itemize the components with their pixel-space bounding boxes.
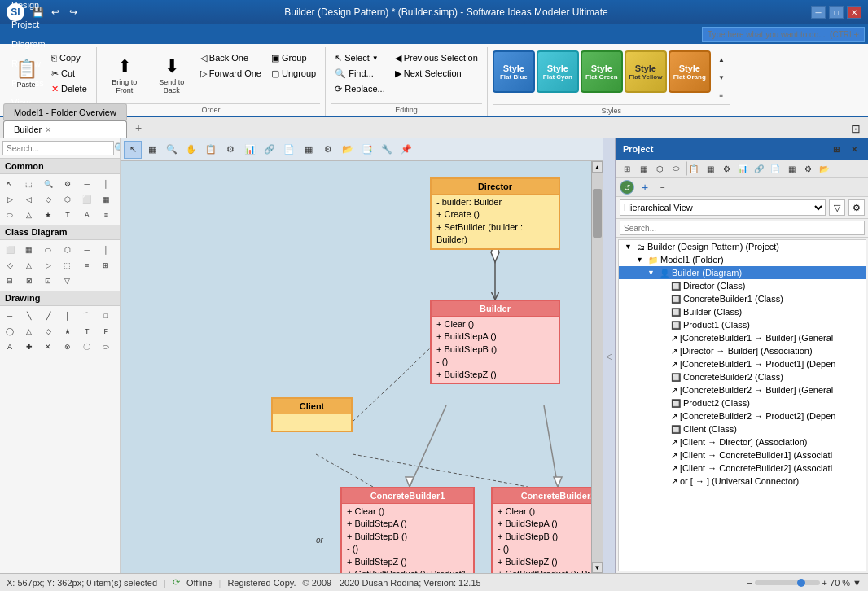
tool-item-0-11[interactable]: ▦	[99, 192, 113, 207]
tree-item-14[interactable]: 🔲Client (Class)	[619, 422, 866, 436]
tree-item-8[interactable]: ↗[Director → Builder] (Association)	[619, 344, 866, 357]
pt-btn-8[interactable]: 📊	[735, 161, 750, 176]
tool-item-0-9[interactable]: ⬡	[60, 192, 75, 207]
zoom-dropdown-icon[interactable]: ▼	[853, 578, 861, 588]
tool-item-0-3[interactable]: ⚙	[60, 177, 75, 191]
concrete2-class[interactable]: ConcreteBuilder2 + Clear () + BuildStepA…	[491, 487, 591, 573]
dv-settings-tool[interactable]: ⚙	[221, 141, 239, 159]
pt-btn-1[interactable]: ⊞	[620, 161, 634, 176]
panel-search-input[interactable]	[620, 221, 865, 235]
dv-clipboard-tool[interactable]: 📋	[202, 141, 220, 159]
pt-btn-13[interactable]: 📂	[817, 161, 831, 176]
tool-item-1-6[interactable]: ◇	[2, 258, 17, 273]
tool-item-0-0[interactable]: ↖	[2, 177, 17, 191]
find-button[interactable]: 🔍 Find...	[331, 66, 389, 81]
redo-quick-btn[interactable]: ↪	[65, 4, 81, 20]
tool-item-1-3[interactable]: ⬡	[60, 243, 75, 257]
tool-item-2-17[interactable]: ⬭	[99, 339, 113, 354]
tool-item-2-0[interactable]: ─	[2, 309, 17, 323]
tree-expand-1[interactable]: ▼	[636, 256, 646, 264]
vscroll-down-btn[interactable]: ▼	[592, 562, 603, 573]
tool-item-1-2[interactable]: ⬭	[41, 243, 55, 257]
select-dropdown-icon[interactable]: ▼	[372, 55, 379, 62]
dv-doc-tool[interactable]: 📄	[280, 141, 298, 159]
tree-item-18[interactable]: ↗or [ → ] (Universal Connector)	[619, 475, 866, 488]
diagram-view-toggle[interactable]: ⊡	[847, 120, 865, 138]
pt-add-btn[interactable]: +	[638, 180, 652, 195]
tree-item-6[interactable]: 🔲Product1 (Class)	[619, 318, 866, 331]
pt-refresh-btn[interactable]: ↺	[620, 180, 634, 195]
tool-item-1-14[interactable]: ⊡	[41, 274, 55, 288]
zoom-slider[interactable]	[755, 580, 820, 585]
tool-item-0-12[interactable]: ⬭	[2, 208, 17, 222]
dv-more2[interactable]: 📂	[339, 141, 357, 159]
tool-item-2-6[interactable]: ◯	[2, 324, 17, 339]
toolbox-search-icon[interactable]: 🔍	[114, 142, 121, 154]
tool-item-2-16[interactable]: 〇	[80, 339, 94, 354]
toolbox-section-class-diagram[interactable]: Class Diagram	[0, 225, 120, 240]
tool-item-0-4[interactable]: ─	[80, 177, 94, 191]
replace-button[interactable]: ⟳ Replace...	[331, 81, 389, 96]
dv-zoom-tool[interactable]: 🔍	[163, 141, 181, 159]
dv-more4[interactable]: 🔧	[378, 141, 396, 159]
panel-collapse-btn[interactable]: ◁	[603, 138, 616, 573]
tab-close-1[interactable]: ✕	[45, 125, 51, 134]
toolbox-search-input[interactable]	[2, 141, 114, 155]
tree-expand-0[interactable]: ▼	[625, 243, 634, 251]
vscroll-thumb[interactable]	[593, 189, 602, 238]
style-btn-flat-green[interactable]: StyleFlat Green	[581, 50, 623, 93]
dv-more1[interactable]: ⚙	[319, 141, 337, 159]
menu-item-project[interactable]: Project	[3, 15, 54, 34]
tool-item-0-16[interactable]: A	[80, 208, 94, 222]
tool-item-2-4[interactable]: ⌒	[80, 309, 94, 323]
tree-item-4[interactable]: 🔲ConcreteBuilder1 (Class)	[619, 292, 866, 305]
global-search-input[interactable]	[702, 27, 865, 42]
tool-item-1-5[interactable]: │	[99, 243, 113, 257]
tree-item-7[interactable]: ↗[ConcreteBuilder1 → Builder] (General	[619, 331, 866, 344]
tree-item-12[interactable]: 🔲Product2 (Class)	[619, 396, 866, 409]
copy-button[interactable]: ⎘ Copy	[47, 50, 91, 65]
project-tree[interactable]: ▼🗂Builder (Design Pattern) (Project)▼📁Mo…	[618, 239, 866, 571]
tool-item-1-13[interactable]: ⊠	[22, 274, 37, 288]
tool-item-0-2[interactable]: 🔍	[41, 177, 55, 191]
tool-item-1-10[interactable]: ≡	[80, 258, 94, 273]
dv-table-tool[interactable]: ▦	[300, 141, 318, 159]
tool-item-1-7[interactable]: △	[22, 258, 37, 273]
tool-item-1-4[interactable]: ─	[80, 243, 94, 257]
pt-btn-5[interactable]: 📋	[686, 161, 701, 176]
pt-btn-11[interactable]: ▦	[784, 161, 799, 176]
tool-item-0-10[interactable]: ⬜	[80, 192, 94, 207]
zoom-minus-btn[interactable]: −	[747, 578, 752, 588]
tab-0[interactable]: Model1 - Folder Overview	[3, 103, 127, 120]
tool-item-2-2[interactable]: ╱	[41, 309, 55, 323]
dv-more3[interactable]: 📑	[358, 141, 376, 159]
tree-item-15[interactable]: ↗[Client → Director] (Association)	[619, 436, 866, 449]
menu-item-design[interactable]: Design	[3, 0, 54, 15]
zoom-slider-thumb[interactable]	[797, 579, 805, 587]
styles-scroll-down[interactable]: ▼	[712, 68, 730, 86]
pt-btn-6[interactable]: ▦	[703, 161, 717, 176]
tree-expand-2[interactable]: ▼	[647, 269, 657, 277]
tool-item-2-7[interactable]: △	[22, 324, 37, 339]
tool-item-2-3[interactable]: │	[60, 309, 75, 323]
style-btn-flat-blue[interactable]: StyleFlat Blue	[493, 50, 535, 93]
filter-options-btn[interactable]: ⚙	[848, 199, 865, 216]
tool-item-1-1[interactable]: ▦	[22, 243, 37, 257]
tool-item-1-0[interactable]: ⬜	[2, 243, 17, 257]
cut-button[interactable]: ✂ Cut	[47, 66, 91, 81]
pt-remove-btn[interactable]: −	[655, 180, 670, 195]
pt-btn-9[interactable]: 🔗	[752, 161, 766, 176]
pt-btn-7[interactable]: ⚙	[719, 161, 734, 176]
styles-more[interactable]: ≡	[712, 86, 730, 104]
style-btn-flat-orang[interactable]: StyleFlat Orang	[669, 50, 711, 93]
tree-item-10[interactable]: 🔲ConcreteBuilder2 (Class)	[619, 370, 866, 383]
ungroup-button[interactable]: ▢ Ungroup	[267, 66, 320, 81]
tree-item-11[interactable]: ↗[ConcreteBuilder2 → Builder] (General	[619, 383, 866, 396]
tool-item-1-15[interactable]: ▽	[60, 274, 75, 288]
vscroll-up-btn[interactable]: ▲	[592, 161, 603, 173]
maximize-btn[interactable]: □	[829, 6, 844, 19]
tool-item-2-1[interactable]: ╲	[22, 309, 37, 323]
dv-link-tool[interactable]: 🔗	[261, 141, 278, 159]
director-class[interactable]: Director - builder: Builder + Create () …	[430, 177, 560, 250]
style-btn-flat-cyan[interactable]: StyleFlat Cyan	[537, 50, 579, 93]
